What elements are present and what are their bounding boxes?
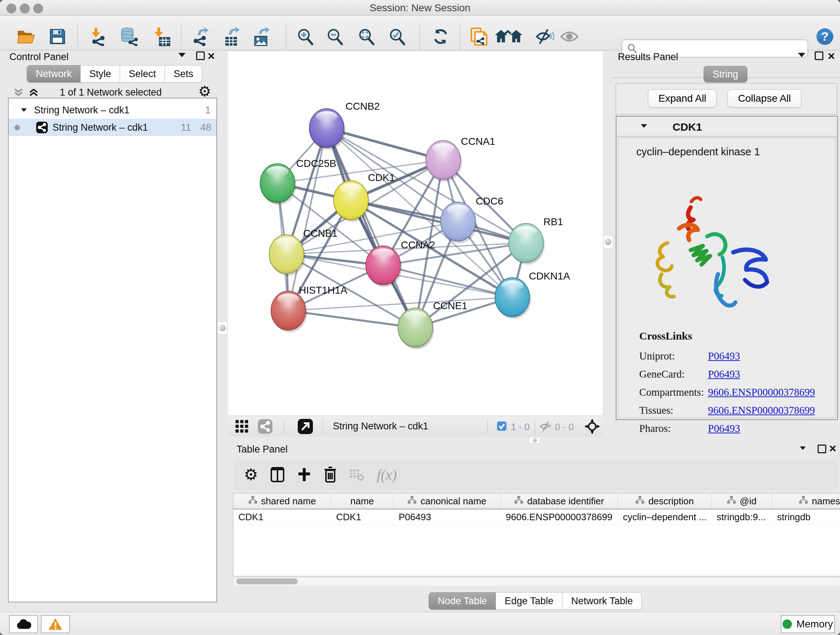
- crosslink-link[interactable]: 9606.ENSP00000378699: [708, 386, 815, 398]
- delete-column-icon[interactable]: [324, 467, 337, 483]
- tab-network-table[interactable]: Network Table: [562, 592, 642, 610]
- network-share-icon[interactable]: [257, 419, 273, 435]
- collapse-section-icon[interactable]: [641, 124, 647, 128]
- warning-button[interactable]: [41, 615, 70, 633]
- tab-string[interactable]: String: [704, 66, 747, 82]
- network-collection-row[interactable]: String Network – cdk1 1: [9, 101, 216, 119]
- node-table[interactable]: shared namenamecanonical namedatabase id…: [233, 493, 840, 576]
- import-table-icon[interactable]: [152, 27, 172, 47]
- table-settings-gear-icon[interactable]: ⚙: [244, 467, 258, 483]
- network-edge[interactable]: [288, 128, 327, 310]
- table-row[interactable]: CDK1CDK1P064939606.ENSP00000378699cyclin…: [233, 509, 840, 525]
- grid-view-icon[interactable]: [235, 420, 249, 435]
- tab-edge-table[interactable]: Edge Table: [496, 592, 562, 610]
- table-cell[interactable]: stringdb:9...: [712, 509, 772, 524]
- table-toolbar: ⚙ f(x): [233, 459, 838, 490]
- column-header-canonical-name[interactable]: canonical name: [393, 494, 501, 509]
- tab-select[interactable]: Select: [120, 65, 165, 82]
- memory-button[interactable]: Memory: [781, 615, 835, 633]
- hidden-eye-icon[interactable]: [540, 421, 552, 433]
- table-cell[interactable]: P06493: [393, 509, 501, 524]
- tab-sets[interactable]: Sets: [164, 65, 202, 82]
- zoom-fit-icon[interactable]: [356, 27, 377, 47]
- table-cell[interactable]: CDK1: [233, 509, 331, 524]
- network-node-ccnb2[interactable]: CCNB2: [309, 101, 380, 150]
- network-node-hist1h1a[interactable]: HIST1H1A: [271, 285, 347, 333]
- column-header-@id[interactable]: @id: [712, 494, 772, 509]
- node-label: CDC25B: [296, 158, 336, 169]
- open-view-icon[interactable]: [297, 418, 313, 436]
- zoom-in-icon[interactable]: [295, 27, 316, 47]
- save-session-icon[interactable]: [47, 27, 68, 47]
- show-columns-icon[interactable]: [270, 467, 285, 483]
- network-node-ccna1[interactable]: CCNA1: [426, 136, 495, 182]
- panel-menu-icon[interactable]: [178, 53, 186, 57]
- crosslink-link[interactable]: P06493: [708, 423, 740, 434]
- collapse-all-button[interactable]: Collapse All: [728, 89, 801, 108]
- close-panel-icon[interactable]: ×: [828, 52, 835, 59]
- export-image-icon[interactable]: [251, 27, 272, 47]
- collapse-node-icon[interactable]: [21, 108, 27, 112]
- left-splitter-handle[interactable]: [218, 321, 227, 334]
- table-cell[interactable]: 9606.ENSP00000378699: [501, 509, 618, 524]
- open-folder-icon[interactable]: [16, 27, 36, 47]
- network-node-cdkn1a[interactable]: CDKN1A: [495, 271, 570, 319]
- network-row-selected[interactable]: String Network – cdk1 11 48: [9, 119, 216, 136]
- crosslink-link[interactable]: 9606.ENSP00000378699: [708, 404, 815, 416]
- column-label: description: [648, 496, 694, 507]
- help-icon[interactable]: ?: [815, 27, 835, 47]
- network-edge[interactable]: [327, 128, 415, 328]
- crosslink-label: Tissues:: [639, 404, 708, 416]
- birdseye-crosshair-icon[interactable]: [584, 419, 600, 435]
- expand-all-button[interactable]: Expand All: [648, 89, 717, 108]
- panel-menu-icon[interactable]: [800, 447, 806, 450]
- network-node-ccne1[interactable]: CCNE1: [398, 300, 467, 349]
- clone-network-icon[interactable]: [469, 27, 489, 47]
- function-builder-icon[interactable]: f(x): [377, 466, 397, 483]
- network-graph[interactable]: CCNB2CCNA1CDC25BCDK1CDC6RB1CCNB1CCNA2CDK…: [228, 51, 603, 416]
- refresh-icon[interactable]: [431, 27, 451, 47]
- selected-checkbox-icon[interactable]: [497, 421, 507, 432]
- tab-style[interactable]: Style: [80, 65, 120, 82]
- column-header-description[interactable]: description: [618, 494, 712, 509]
- table-cell[interactable]: stringdb: [772, 509, 840, 524]
- float-panel-icon[interactable]: [818, 445, 826, 453]
- column-header-name[interactable]: name: [331, 494, 393, 509]
- float-panel-icon[interactable]: [196, 51, 205, 60]
- first-neighbors-icon[interactable]: [493, 27, 524, 47]
- show-all-icon[interactable]: [559, 27, 579, 47]
- node-label: CDC6: [476, 195, 503, 207]
- network-canvas[interactable]: CCNB2CCNA1CDC25BCDK1CDC6RB1CCNB1CCNA2CDK…: [228, 51, 603, 416]
- cloud-button[interactable]: [9, 615, 38, 633]
- delete-table-icon[interactable]: [349, 468, 364, 481]
- hide-selected-icon[interactable]: [535, 27, 555, 47]
- tab-node-table[interactable]: Node Table: [429, 592, 496, 610]
- tab-network[interactable]: Network: [27, 65, 81, 82]
- table-horizontal-scrollbar[interactable]: [233, 577, 840, 586]
- network-node-cdc25b[interactable]: CDC25B: [260, 158, 336, 205]
- table-cell[interactable]: cyclin–dependent ...: [618, 509, 712, 524]
- network-node-rb1[interactable]: RB1: [508, 216, 563, 264]
- table-panel-title: Table Panel: [237, 444, 287, 455]
- export-network-icon[interactable]: [190, 27, 210, 47]
- column-header-shared-name[interactable]: shared name: [233, 494, 331, 509]
- import-network-database-icon[interactable]: [118, 27, 139, 47]
- scrollbar-thumb[interactable]: [236, 578, 298, 584]
- float-panel-icon[interactable]: [815, 51, 823, 60]
- column-header-namespace[interactable]: namespace: [772, 494, 840, 509]
- zoom-selected-icon[interactable]: [387, 27, 407, 47]
- network-options-gear-icon[interactable]: ⚙: [198, 84, 211, 98]
- network-edge[interactable]: [288, 310, 415, 328]
- import-network-file-icon[interactable]: [88, 27, 109, 47]
- gene-section-header[interactable]: CDK1: [616, 117, 837, 136]
- panel-menu-icon[interactable]: [798, 53, 805, 57]
- export-table-icon[interactable]: [221, 27, 242, 47]
- add-column-icon[interactable]: [297, 467, 311, 482]
- zoom-out-icon[interactable]: [325, 27, 345, 47]
- crosslink-link[interactable]: P06493: [708, 368, 740, 380]
- crosslink-link[interactable]: P06493: [708, 350, 740, 362]
- close-panel-icon[interactable]: ×: [208, 52, 215, 59]
- table-cell[interactable]: CDK1: [331, 509, 393, 524]
- column-header-database-identifier[interactable]: database identifier: [501, 494, 618, 509]
- close-panel-icon[interactable]: ×: [829, 445, 836, 452]
